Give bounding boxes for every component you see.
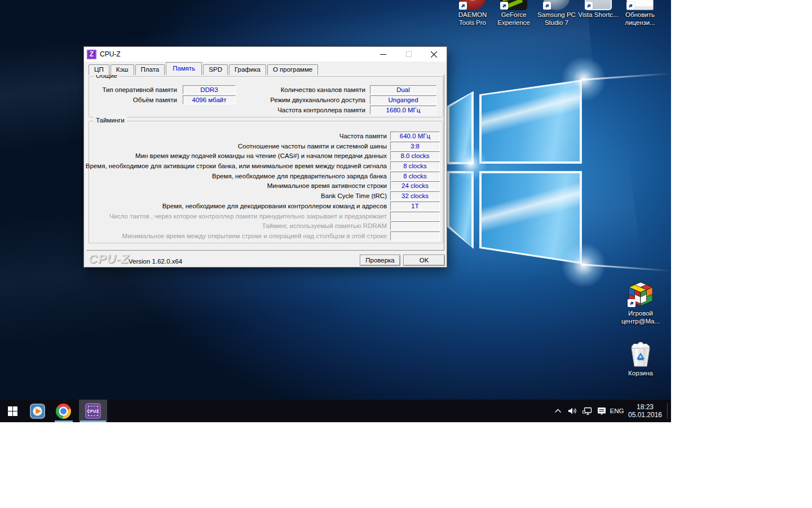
timing-value [390,212,440,221]
timing-row: Мин время между подачей команды на чтени… [89,151,443,161]
timing-label: Минимальное время активности строки [267,182,387,190]
chrome-icon [56,404,71,419]
close-button[interactable] [421,47,447,62]
timings-legend: Тайминги [94,117,127,124]
tab-graphics[interactable]: Графика [229,64,266,75]
desktop-icon-label: Корзина [620,370,661,378]
timing-value: 8 clocks [390,161,440,170]
tab-cache[interactable]: Кэш [111,64,134,75]
running-indicator [80,421,106,422]
maximize-icon [406,51,412,57]
show-desktop-button[interactable] [668,400,671,422]
desktop-icon-label: Samsung PC Studio 7 [536,11,577,27]
timing-row: Тайминг, используемый памятью RDRAM [89,221,443,231]
chevron-up-icon [554,408,562,414]
minimize-icon [380,51,386,58]
timing-value: 640.0 МГц [390,132,440,141]
timing-value: 32 clocks [390,191,440,200]
timing-value: 8.0 clocks [390,151,440,160]
timing-value: 3:8 [390,142,440,151]
cpuz-taskbar-icon: CPUZ [85,403,101,419]
tab-strip: ЦП Кэш Плата Память SPD Графика О програ… [89,63,319,75]
desktop-icon-label: GeForce Experience [493,11,535,27]
tab-cpu[interactable]: ЦП [89,64,109,75]
window-title: CPU-Z [100,50,121,58]
taskbar-cpuz-button[interactable]: CPUZ [79,400,107,422]
shortcut-arrow-icon [626,2,634,10]
timing-value: 8 clocks [390,172,440,181]
tray-network-button[interactable] [579,400,595,422]
timing-row: Частота памяти 640.0 МГц [89,132,443,142]
timings-rows: Частота памяти 640.0 МГц Соотношение час… [89,132,443,242]
field-label: Режим двухканального доступа [270,96,365,104]
nb-frequency-value: 1680.0 МГц [370,106,436,115]
dc-mode-value: Unganged [370,95,436,104]
close-icon [431,51,437,58]
tab-mainboard[interactable]: Плата [135,64,165,75]
running-indicator [55,421,73,422]
cpuz-app-icon: Z [87,50,96,59]
timing-row: Время, необходимое для декодирования кон… [89,202,443,212]
timing-row: Время, необходимое для активации строки … [89,161,443,172]
windows-logo-pane-bottom-right [479,171,582,264]
maximize-button [396,47,421,62]
minimize-button[interactable] [370,47,396,62]
timing-value [390,221,440,230]
field-label: Количество каналов памяти [281,86,365,94]
tab-memory[interactable]: Память [166,62,202,75]
timing-label: Bank Cycle Time (tRC) [321,192,387,200]
timing-row: Время, необходимое для предварительного … [89,172,443,182]
timing-row: Соотношение частоты памяти и системной ш… [89,142,443,152]
timing-label: Число тактов , через которое контроллер … [109,212,387,221]
cpuz-window: Z CPU-Z ЦП Кэш Плата Память SPD Графика [83,46,447,268]
cpuz-footer-logo: CPU-Z [89,252,129,266]
ok-button[interactable]: OK [403,255,445,266]
tray-action-center-button[interactable] [594,400,610,422]
timing-label: Время, необходимое для активации строки … [86,162,387,170]
shortcut-arrow-icon [459,2,467,10]
field-label: Объём памяти [133,96,177,104]
taskbar-clock[interactable]: 18:23 05.01.2016 [625,400,665,422]
timing-label: Мин время между подачей команды на чтени… [135,152,387,160]
clock-time: 18:23 [637,403,654,411]
timing-label: Соотношение частоты памяти и системной ш… [238,142,387,151]
shortcut-arrow-icon [628,299,636,307]
network-icon [582,407,592,415]
recycle-bin-icon [627,340,654,367]
window-titlebar[interactable]: Z CPU-Z [84,47,447,62]
desktop-screen: DAEMON Tools Pro GeForce Experience Sams… [0,0,671,422]
shortcut-arrow-icon [500,2,508,10]
tray-volume-button[interactable] [564,400,580,422]
desktop-icon-label: Обновить лицензи... [619,11,661,27]
memory-size-value: 4096 мбайт [183,95,236,104]
memory-type-value: DDR3 [183,85,236,94]
shortcut-arrow-icon [585,2,593,10]
timing-value: 24 clocks [390,181,440,190]
taskbar-media-player-button[interactable] [25,400,50,422]
clock-date: 05.01.2016 [628,411,662,419]
desktop-icon-label: Vista Shortc... [577,11,619,19]
timing-value [390,231,440,240]
field-label: Тип оперативной памяти [102,86,177,94]
version-text: Version 1.62.0.x64 [129,258,182,265]
field-label: Частота контроллера памяти [277,106,365,115]
shortcut-arrow-icon [543,2,551,10]
validate-button[interactable]: Проверка [360,255,400,266]
timing-value: 1T [390,202,440,211]
timing-label: Время, необходимое для предварительного … [212,172,387,181]
language-indicator[interactable]: ENG [608,400,625,422]
media-player-icon [30,404,45,419]
tab-spd[interactable]: SPD [203,64,228,75]
channels-value: Dual [370,85,436,94]
tab-about[interactable]: О программе [267,64,318,75]
action-center-icon [597,407,606,415]
speaker-icon [568,407,577,415]
taskbar: CPUZ [0,400,671,422]
taskbar-chrome-button[interactable] [50,400,76,422]
general-groupbox: Общие Тип оперативной памяти DDR3 Объём … [89,76,443,117]
timing-row: Минимальное время активности строки 24 c… [89,181,443,191]
timing-label: Тайминг, используемый памятью RDRAM [262,222,387,230]
start-button[interactable] [0,400,25,422]
desktop-icon-label: DAEMON Tools Pro [452,11,493,27]
tray-chevron-button[interactable] [550,400,566,422]
